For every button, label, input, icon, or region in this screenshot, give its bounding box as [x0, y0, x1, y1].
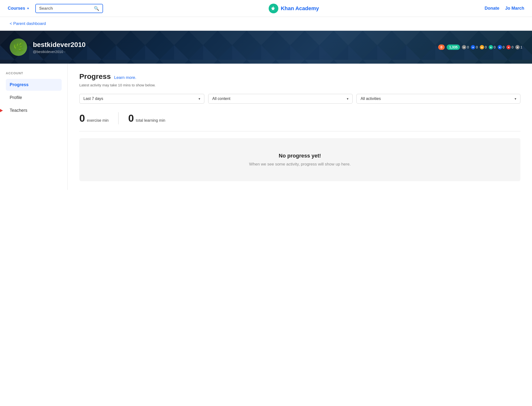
achievement-green: ● 0: [489, 45, 496, 49]
activities-filter[interactable]: All activities ▾: [356, 94, 520, 104]
achievement-dot-green: ●: [489, 45, 493, 49]
avatar: 🌿: [10, 38, 27, 56]
sidebar-item-teachers[interactable]: Teachers: [6, 105, 62, 116]
logo-text: Khan Academy: [281, 5, 319, 12]
courses-button[interactable]: Courses ▼: [8, 6, 30, 11]
breadcrumb[interactable]: < Parent dashboard: [10, 21, 522, 26]
time-filter-label: Last 7 days: [83, 97, 103, 101]
arrow-head-icon: [0, 108, 3, 113]
logo-icon: [269, 4, 278, 13]
content-area: Progress Learn more. Latest activity may…: [68, 64, 532, 190]
banner-info: bestkidever2010 @bestkidever2010 -: [33, 41, 86, 54]
learning-label: total learning min: [136, 118, 165, 123]
time-filter[interactable]: Last 7 days ▾: [79, 94, 204, 104]
badge-teal: 1,335: [447, 45, 460, 50]
content-filter-label: All content: [212, 97, 230, 101]
nav-center: Khan Academy: [269, 4, 319, 13]
sidebar-profile-label: Profile: [10, 95, 22, 100]
achievement-red: ● 0: [506, 45, 513, 49]
exercise-label: exercise min: [87, 118, 109, 123]
achievement-count-1: 0: [476, 45, 478, 49]
no-progress-title: No progress yet!: [89, 153, 511, 159]
no-progress-card: No progress yet! When we see some activi…: [79, 138, 520, 181]
stats-row: 0 exercise min 0 total learning min: [79, 112, 520, 131]
sidebar: ACCOUNT Progress Profile Teachers: [0, 64, 68, 190]
breadcrumb-bar: < Parent dashboard: [0, 17, 532, 31]
achievement-teal: ● 0: [498, 45, 505, 49]
banner-right: 0 1,335 ● 0 ● 0 ● 0 ● 0 ● 0 ● 0 ● 1: [438, 45, 522, 50]
banner-left: 🌿 bestkidever2010 @bestkidever2010 -: [10, 38, 86, 56]
exercise-number: 0: [79, 113, 85, 124]
achievement-last: ● 1: [515, 45, 522, 49]
leaf-icon: 🌿: [13, 42, 24, 53]
exercise-stat: 0 exercise min: [79, 113, 118, 124]
learning-number: 0: [128, 113, 134, 124]
courses-chevron-icon: ▼: [27, 7, 30, 10]
progress-title: Progress: [79, 72, 111, 81]
search-icon: 🔍: [94, 6, 99, 11]
achievement-dot-last: ●: [515, 45, 520, 49]
activities-filter-chevron-icon: ▾: [515, 97, 516, 101]
achievement-dot-yellow: ●: [480, 45, 484, 49]
sidebar-teachers-label: Teachers: [10, 108, 27, 113]
achievement-count-4: 0: [503, 45, 505, 49]
profile-banner: 🌿 bestkidever2010 @bestkidever2010 - 0 1…: [0, 31, 532, 64]
achievement-count-3: 0: [494, 45, 496, 49]
progress-header: Progress Learn more.: [79, 72, 520, 81]
sidebar-section-label: ACCOUNT: [6, 71, 62, 75]
achievement-count-5: 0: [511, 45, 513, 49]
search-input[interactable]: [39, 6, 91, 11]
nav-right: Donate Jo March: [485, 6, 524, 11]
achievement-count-2: 0: [485, 45, 487, 49]
achievement-count-6: 1: [520, 45, 522, 49]
content-filter-chevron-icon: ▾: [347, 97, 348, 101]
courses-label: Courses: [8, 6, 25, 11]
achievement-dot-blue: ●: [471, 45, 475, 49]
teachers-arrow-annotation: [0, 108, 3, 113]
search-box: 🔍: [35, 4, 103, 13]
sidebar-item-profile[interactable]: Profile: [6, 92, 62, 104]
filters-row: Last 7 days ▾ All content ▾ All activiti…: [79, 94, 520, 104]
achievement-dot-teal: ●: [498, 45, 502, 49]
achievement-blue: ● 0: [471, 45, 478, 49]
achievement-dot-gray: ●: [462, 45, 466, 49]
activities-filter-label: All activities: [361, 97, 381, 101]
achievement-gray: ● 0: [462, 45, 469, 49]
sidebar-progress-label: Progress: [10, 82, 29, 87]
user-handle: @bestkidever2010 -: [33, 50, 86, 54]
sidebar-item-progress[interactable]: Progress: [6, 79, 62, 91]
activity-note: Latest activity may take 10 mins to show…: [79, 83, 520, 87]
no-progress-text: When we see some activity, progress will…: [89, 162, 511, 167]
badge-orange: 0: [438, 45, 445, 50]
learning-stat: 0 total learning min: [118, 113, 175, 124]
learn-more-link[interactable]: Learn more.: [114, 75, 136, 80]
nav-left: Courses ▼ 🔍: [8, 4, 103, 13]
achievement-dot-red: ●: [506, 45, 511, 49]
user-button[interactable]: Jo March: [505, 6, 524, 11]
achievement-yellow: ● 0: [480, 45, 487, 49]
time-filter-chevron-icon: ▾: [199, 97, 200, 101]
navbar: Courses ▼ 🔍 Khan Academy Donate Jo March: [0, 0, 532, 17]
main-content: ACCOUNT Progress Profile Teachers Progre…: [0, 64, 532, 190]
donate-button[interactable]: Donate: [485, 6, 499, 11]
achievement-count-0: 0: [467, 45, 469, 49]
content-filter[interactable]: All content ▾: [208, 94, 353, 104]
username: bestkidever2010: [33, 41, 86, 49]
